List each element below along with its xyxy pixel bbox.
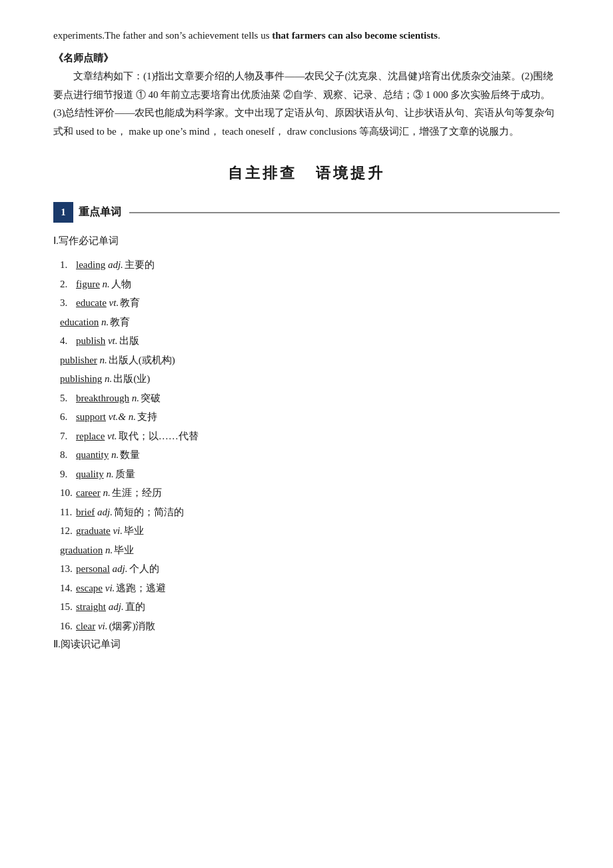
word-item: education n.教育: [53, 313, 560, 332]
word-item: 3. educate vt.教育: [53, 293, 560, 313]
word-english: graduate: [76, 525, 111, 536]
word-pos: vt.: [107, 297, 119, 308]
word-item: publisher n.出版人(或机构): [53, 351, 560, 370]
word-english: educate: [76, 297, 107, 308]
word-meaning: 出版人(或机构): [109, 355, 175, 365]
word-num: 11.: [60, 503, 73, 522]
writing-subsection-title: Ⅰ.写作必记单词: [53, 232, 560, 250]
section-title-part1: 自主排查: [228, 165, 297, 181]
word-pos: n.: [129, 393, 139, 403]
word-english: brief: [76, 507, 95, 517]
word-num: 12.: [60, 521, 73, 541]
word-english: education: [60, 317, 99, 327]
word-english: quality: [76, 469, 104, 479]
word-pos: n.: [102, 373, 112, 384]
word-item: 5. breakthrough n.突破: [53, 389, 560, 408]
word-item: 14. escape vi.逃跑；逃避: [53, 579, 560, 598]
teacher-note-title: 《名师点睛》: [53, 49, 560, 67]
word-pos: vt.& n.: [106, 411, 136, 422]
word-num: 13.: [60, 559, 73, 579]
word-item: graduation n.毕业: [53, 541, 560, 560]
word-num: 8.: [60, 445, 73, 465]
word-pos: n.: [100, 279, 110, 289]
word-num: 7.: [60, 427, 73, 446]
word-item: publishing n.出版(业): [53, 369, 560, 389]
word-english: leading: [76, 259, 105, 270]
word-pos: adj.: [110, 563, 128, 574]
word-meaning: 毕业: [114, 545, 134, 555]
word-item: 15. straight adj.直的: [53, 597, 560, 617]
word-item: 6. support vt.& n.支持: [53, 407, 560, 427]
word-meaning: (烟雾)消散: [109, 621, 155, 631]
word-meaning: 突破: [141, 393, 161, 403]
word-pos: n.: [109, 449, 119, 460]
word-num: 5.: [60, 389, 73, 408]
vocab-header-text: 重点单词: [79, 203, 121, 222]
word-meaning: 出版: [119, 335, 139, 346]
paragraph-bold-text: that farmers can also become scientists: [272, 30, 438, 41]
word-item: 13. personal adj.个人的: [53, 559, 560, 579]
word-pos: n.: [101, 487, 111, 498]
word-meaning: 主要的: [125, 259, 155, 270]
word-num: 14.: [60, 579, 73, 598]
word-pos: adj.: [105, 259, 123, 270]
word-meaning: 简短的；简洁的: [114, 507, 184, 517]
vocab-header: 1 重点单词: [53, 202, 560, 223]
word-english: support: [76, 411, 106, 422]
word-meaning: 数量: [120, 449, 140, 460]
paragraph-text-before-bold: experiments.The father and son’s achieve…: [53, 30, 272, 41]
word-item: 10. career n.生涯；经历: [53, 483, 560, 503]
word-english: publishing: [60, 373, 102, 384]
word-english: graduation: [60, 545, 103, 555]
word-meaning: 出版(业): [113, 373, 150, 384]
word-pos: n.: [103, 545, 113, 555]
word-meaning: 人物: [111, 279, 131, 289]
word-english: publisher: [60, 355, 97, 365]
word-english: personal: [76, 563, 110, 574]
word-item: 7. replace vt.取代；以……代替: [53, 427, 560, 446]
word-item: 4. publish vt.出版: [53, 331, 560, 351]
word-num: 6.: [60, 407, 73, 427]
word-pos: n.: [99, 317, 109, 327]
word-meaning: 生涯；经历: [112, 487, 162, 498]
word-meaning: 教育: [120, 297, 140, 308]
word-num: 1.: [60, 255, 73, 275]
word-item: 9. quality n.质量: [53, 465, 560, 484]
word-meaning: 质量: [115, 469, 135, 479]
word-meaning: 毕业: [124, 525, 144, 536]
word-english: replace: [76, 431, 105, 441]
word-pos: vi.: [95, 621, 107, 631]
teacher-note-body: 文章结构如下：(1)指出文章要介绍的人物及事件——农民父子(沈克泉、沈昌健)培育…: [53, 67, 560, 141]
word-english: figure: [76, 279, 100, 289]
word-num: 3.: [60, 293, 73, 313]
word-english: publish: [76, 335, 105, 346]
vocab-header-line: [129, 212, 560, 213]
word-item: 8. quantity n.数量: [53, 445, 560, 465]
word-item: 1. leading adj.主要的: [53, 255, 560, 275]
word-num: 10.: [60, 483, 73, 503]
word-item: 12. graduate vi.毕业: [53, 521, 560, 541]
teacher-note: 《名师点睛》 文章结构如下：(1)指出文章要介绍的人物及事件——农民父子(沈克泉…: [53, 49, 560, 141]
paragraph-text-after-bold: .: [438, 30, 440, 41]
word-pos: n.: [104, 469, 114, 479]
word-num: 9.: [60, 465, 73, 484]
vocab-badge: 1: [53, 202, 73, 223]
word-english: straight: [76, 601, 106, 612]
word-pos: vi.: [111, 525, 123, 536]
word-num: 16.: [60, 617, 73, 636]
word-english: clear: [76, 621, 95, 631]
word-pos: n.: [97, 355, 107, 365]
section-title: 自主排查语境提升: [53, 160, 560, 187]
word-num: 15.: [60, 597, 73, 617]
word-num: 2.: [60, 275, 73, 294]
vocab-section: 1 重点单词 Ⅰ.写作必记单词 1. leading adj.主要的2. fig…: [53, 202, 560, 653]
word-meaning: 逃跑；逃避: [116, 583, 166, 593]
word-pos: adj.: [95, 507, 113, 517]
word-english: quantity: [76, 449, 109, 460]
word-pos: vt.: [105, 335, 117, 346]
writing-subsection: Ⅰ.写作必记单词 1. leading adj.主要的2. figure n.人…: [53, 232, 560, 635]
word-meaning: 个人的: [129, 563, 159, 574]
word-english: escape: [76, 583, 103, 593]
section-title-part2: 语境提升: [316, 165, 385, 181]
word-meaning: 取代；以……代替: [119, 431, 199, 441]
